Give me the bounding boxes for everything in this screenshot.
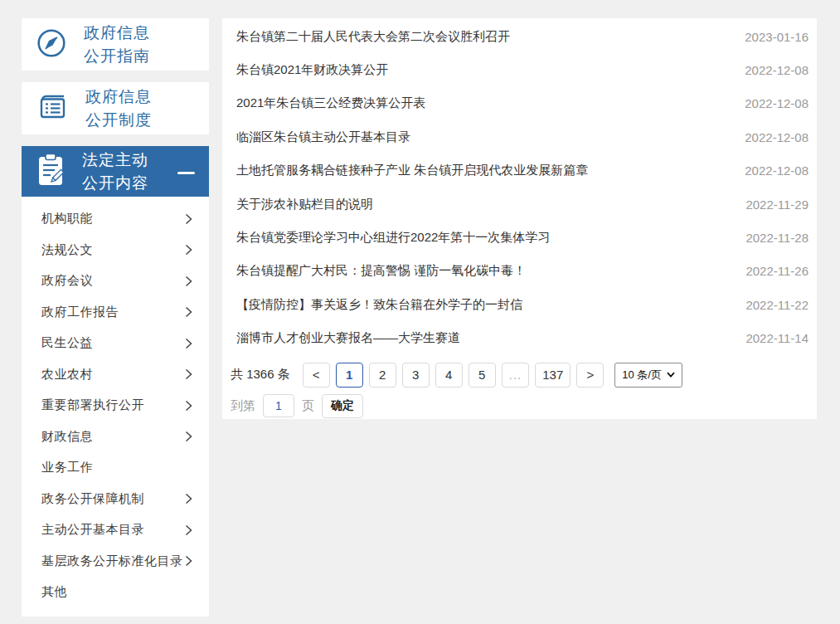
chevron-right-icon [185,431,192,442]
sidebar-card-label: 法定主动 公开内容 [82,149,148,195]
sidebar-card-statutory-disclosure[interactable]: 法定主动 公开内容 [22,146,209,197]
chevron-right-icon [185,338,192,349]
chevron-right-icon [185,275,192,287]
clipboard-pen-icon [36,153,66,191]
news-row[interactable]: 关于涉农补贴栏目的说明 2022-11-29 [222,188,817,221]
news-date: 2022-11-22 [736,298,808,312]
chevron-down-icon [667,372,675,378]
sidebar-item-regulations[interactable]: 法规公文 [22,235,209,266]
sidebar-item-livelihood[interactable]: 民生公益 [22,328,209,359]
sidebar-item-business-work[interactable]: 业务工作 [22,452,209,484]
page-button-4[interactable]: 4 [435,363,463,388]
news-date: 2022-11-14 [736,331,808,345]
sidebar-item-work-report[interactable]: 政府工作报告 [22,297,209,329]
news-title: 土地托管服务耦合链接种子产业 朱台镇开启现代农业发展新篇章 [236,163,588,178]
sidebar-item-grassroots-standard-catalog[interactable]: 基层政务公开标准化目录 [22,546,209,578]
next-page-button[interactable]: > [576,363,604,388]
sidebar-item-other[interactable]: 其他 [22,577,209,608]
sidebar-menu: 机构职能 法规公文 政府会议 政府工作报告 民生公益 农业农村 重要部署执行公开 [22,197,209,617]
minus-icon [177,172,195,174]
chevron-right-icon [185,493,192,505]
news-row[interactable]: 朱台镇第二十届人民代表大会第二次会议胜利召开 2023-01-16 [222,20,817,53]
news-row[interactable]: 土地托管服务耦合链接种子产业 朱台镇开启现代农业发展新篇章 2022-12-08 [222,154,817,188]
news-title: 朱台镇党委理论学习中心组进行2022年第十一次集体学习 [236,230,550,246]
news-date: 2022-12-08 [735,96,808,110]
news-title: 2021年朱台镇三公经费决算公开表 [236,95,425,111]
sidebar-item-disclosure-guarantee[interactable]: 政务公开保障机制 [22,484,209,515]
sidebar-card-label: 政府信息 公开指南 [84,22,150,68]
news-row[interactable]: 淄博市人才创业大赛报名——大学生赛道 2022-11-14 [222,322,817,355]
chevron-right-icon [185,368,192,380]
news-date: 2022-11-28 [736,231,808,245]
page-button-5[interactable]: 5 [469,363,496,388]
goto-page-row: 到第 页 确定 [222,394,817,418]
news-row[interactable]: 朱台镇提醒广大村民：提高警惕 谨防一氧化碳中毒！ 2022-11-26 [222,255,817,288]
sidebar-card-disclosure-guide[interactable]: 政府信息 公开指南 [22,18,209,71]
sidebar-item-agriculture[interactable]: 农业农村 [22,359,209,391]
page-button-3[interactable]: 3 [402,363,430,388]
news-panel: 朱台镇第二十届人民代表大会第二次会议胜利召开 2023-01-16 朱台镇202… [222,18,817,419]
news-date: 2022-12-08 [735,130,808,144]
news-date: 2022-11-29 [736,197,808,212]
goto-suffix-label: 页 [302,398,314,414]
chevron-right-icon [185,306,192,318]
news-title: 关于涉农补贴栏目的说明 [236,197,373,212]
total-count-label: 共 1366 条 [231,367,290,383]
news-row[interactable]: 【疫情防控】事关返乡！致朱台籍在外学子的一封信 2022-11-22 [222,288,817,321]
page-size-select[interactable]: 10 条/页 [614,363,682,388]
prev-page-button[interactable]: < [303,363,330,388]
confirm-button[interactable]: 确定 [322,394,363,418]
page-button-137[interactable]: 137 [535,363,571,388]
page-button-1[interactable]: 1 [336,363,363,388]
goto-prefix-label: 到第 [231,398,255,414]
news-date: 2023-01-16 [735,30,808,44]
chevron-right-icon [185,524,192,536]
news-row[interactable]: 朱台镇2021年财政决算公开 2022-12-08 [222,53,817,86]
news-date: 2022-12-08 [735,63,808,77]
sidebar-item-basic-catalog[interactable]: 主动公开基本目录 [22,514,209,546]
chevron-right-icon [185,244,192,256]
sidebar-item-key-deployments[interactable]: 重要部署执行公开 [22,390,209,422]
pagination: 共 1366 条 < 1 2 3 4 5 ... 137 > 10 条/页 [222,363,817,388]
news-row[interactable]: 朱台镇党委理论学习中心组进行2022年第十一次集体学习 2022-11-28 [222,221,817,254]
sidebar-card-disclosure-system[interactable]: 政府信息 公开制度 [22,82,209,134]
ledger-icon [36,92,69,125]
news-title: 朱台镇2021年财政决算公开 [236,62,388,78]
news-row[interactable]: 2021年朱台镇三公经费决算公开表 2022-12-08 [222,87,817,120]
ellipsis-pages-button[interactable]: ... [502,363,530,388]
news-title: 【疫情防控】事关返乡！致朱台籍在外学子的一封信 [236,297,522,313]
news-list: 朱台镇第二十届人民代表大会第二次会议胜利召开 2023-01-16 朱台镇202… [222,20,817,355]
chevron-right-icon [185,400,192,412]
news-date: 2022-11-26 [736,264,808,278]
sidebar: 政府信息 公开指南 政府信息 公开制度 [22,18,209,617]
compass-icon [36,27,67,62]
news-title: 朱台镇第二十届人民代表大会第二次会议胜利召开 [236,29,510,45]
chevron-right-icon [185,213,192,225]
goto-page-input[interactable] [263,394,294,417]
page-button-2[interactable]: 2 [369,363,396,388]
news-title: 临淄区朱台镇主动公开基本目录 [236,129,410,145]
sidebar-card-label: 政府信息 公开制度 [85,85,152,132]
chevron-right-icon [185,555,192,567]
sidebar-item-agency-functions[interactable]: 机构职能 [22,203,209,235]
news-title: 朱台镇提醒广大村民：提高警惕 谨防一氧化碳中毒！ [236,263,526,279]
news-date: 2022-12-08 [735,163,808,178]
news-row[interactable]: 临淄区朱台镇主动公开基本目录 2022-12-08 [222,120,817,154]
news-title: 淄博市人才创业大赛报名——大学生赛道 [236,330,460,346]
sidebar-item-government-meetings[interactable]: 政府会议 [22,266,209,297]
sidebar-item-fiscal-info[interactable]: 财政信息 [22,422,209,453]
